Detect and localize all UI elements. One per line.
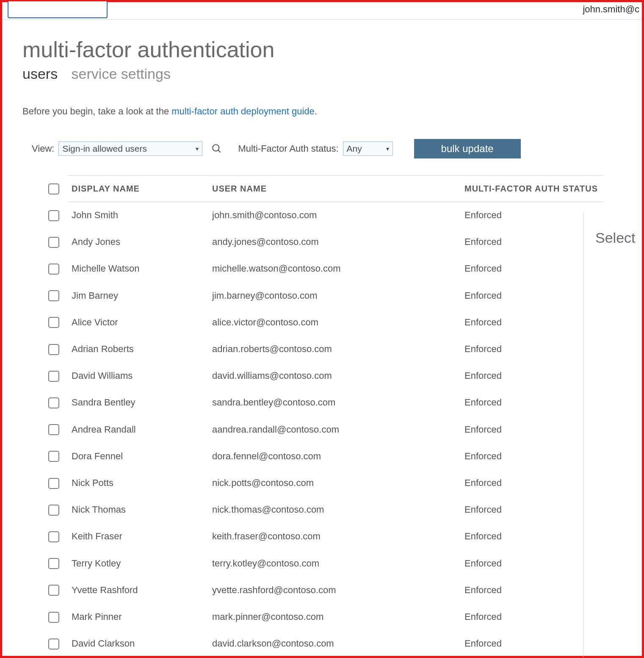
cell-user-name: yvette.rashford@contoso.com <box>209 577 461 603</box>
search-icon[interactable] <box>211 143 223 155</box>
cell-user-name: john.smith@contoso.com <box>209 202 461 229</box>
col-mfa-status[interactable]: MULTI-FACTOR AUTH STATUS <box>461 176 603 202</box>
row-checkbox[interactable] <box>48 290 59 301</box>
mfa-status-value: Any <box>347 144 362 154</box>
cell-display-name: Mark Pinner <box>68 603 209 630</box>
cell-display-name: Adrian Roberts <box>68 336 209 362</box>
cell-display-name: Andrea Randall <box>68 416 209 443</box>
cell-display-name: Keith Fraser <box>68 523 209 550</box>
table-row[interactable]: Nick Pottsnick.potts@contoso.comEnforced <box>43 469 603 496</box>
cell-user-name: nick.potts@contoso.com <box>209 469 461 496</box>
table-row[interactable]: Nick Thomasnick.thomas@contoso.comEnforc… <box>43 497 603 523</box>
table-row[interactable]: Sandra Bentleysandra.bentley@contoso.com… <box>43 389 603 416</box>
select-all-checkbox[interactable] <box>48 183 59 194</box>
cell-display-name: John Smith <box>68 202 209 229</box>
row-checkbox[interactable] <box>48 558 59 569</box>
tenant-picker-box[interactable] <box>8 1 108 18</box>
table-row[interactable]: John Smithjohn.smith@contoso.comEnforced <box>43 202 603 229</box>
tab-bar: users service settings <box>22 66 642 82</box>
cell-display-name: Sandra Bentley <box>68 389 209 416</box>
cell-display-name: Nick Thomas <box>68 497 209 523</box>
cell-display-name: Alice Victor <box>68 309 209 336</box>
table-row[interactable]: Terry Kotleyterry.kotley@contoso.comEnfo… <box>43 550 603 577</box>
cell-mfa-status: Enforced <box>461 630 603 657</box>
side-panel: Select <box>583 213 642 657</box>
row-checkbox[interactable] <box>48 424 59 435</box>
cell-mfa-status: Enforced <box>461 523 603 550</box>
cell-user-name: terry.kotley@contoso.com <box>209 550 461 577</box>
svg-point-0 <box>213 144 219 151</box>
row-checkbox[interactable] <box>48 210 59 221</box>
view-select[interactable]: Sign-in allowed users ▾ <box>58 142 202 156</box>
row-checkbox[interactable] <box>48 344 59 355</box>
row-checkbox[interactable] <box>48 612 59 623</box>
cell-display-name: Jim Barney <box>68 282 209 309</box>
table-row[interactable]: Jim Barneyjim.barney@contoso.comEnforced <box>43 282 603 309</box>
view-label: View: <box>32 143 54 154</box>
row-checkbox[interactable] <box>48 317 59 328</box>
cell-display-name: David Williams <box>68 363 209 389</box>
cell-user-name: aandrea.randall@contoso.com <box>209 416 461 443</box>
tab-service-settings[interactable]: service settings <box>72 66 171 82</box>
cell-user-name: keith.fraser@contoso.com <box>209 523 461 550</box>
cell-user-name: adrian.roberts@contoso.com <box>209 336 461 362</box>
chevron-down-icon: ▾ <box>386 145 389 152</box>
row-checkbox[interactable] <box>48 371 59 382</box>
table-row[interactable]: Yvette Rashfordyvette.rashford@contoso.c… <box>43 577 603 603</box>
cell-mfa-status: Enforced <box>461 202 603 229</box>
cell-mfa-status: Enforced <box>461 550 603 577</box>
row-checkbox[interactable] <box>48 531 59 542</box>
cell-mfa-status: Enforced <box>461 469 603 496</box>
cell-user-name: sandra.bentley@contoso.com <box>209 389 461 416</box>
cell-user-name: jim.barney@contoso.com <box>209 282 461 309</box>
cell-user-name: michelle.watson@contoso.com <box>209 255 461 282</box>
table-row[interactable]: David Clarksondavid.clarkson@contoso.com… <box>43 630 603 657</box>
table-row[interactable]: David Williamsdavid.williams@contoso.com… <box>43 363 603 389</box>
row-checkbox[interactable] <box>48 505 59 516</box>
row-checkbox[interactable] <box>48 264 59 275</box>
intro-prefix: Before you begin, take a look at the <box>22 106 171 117</box>
table-row[interactable]: Alice Victoralice.victor@contoso.comEnfo… <box>43 309 603 336</box>
cell-user-name: andy.jones@contoso.com <box>209 229 461 255</box>
cell-display-name: Yvette Rashford <box>68 577 209 603</box>
tab-users[interactable]: users <box>22 66 58 82</box>
row-checkbox[interactable] <box>48 639 59 650</box>
deployment-guide-link[interactable]: multi-factor auth deployment guide <box>171 106 315 117</box>
cell-display-name: Dora Fennel <box>68 443 209 469</box>
table-row[interactable]: Adrian Robertsadrian.roberts@contoso.com… <box>43 336 603 362</box>
row-checkbox[interactable] <box>48 585 59 596</box>
cell-display-name: David Clarkson <box>68 630 209 657</box>
intro-suffix: . <box>315 106 317 117</box>
table-row[interactable]: Michelle Watsonmichelle.watson@contoso.c… <box>43 255 603 282</box>
cell-display-name: Nick Potts <box>68 469 209 496</box>
cell-mfa-status: Enforced <box>461 443 603 469</box>
cell-mfa-status: Enforced <box>461 309 603 336</box>
cell-mfa-status: Enforced <box>461 229 603 255</box>
cell-user-name: nick.thomas@contoso.com <box>209 497 461 523</box>
table-row[interactable]: Andy Jonesandy.jones@contoso.comEnforced <box>43 229 603 255</box>
table-row[interactable]: Keith Fraserkeith.fraser@contoso.comEnfo… <box>43 523 603 550</box>
view-select-value: Sign-in allowed users <box>62 144 147 154</box>
cell-mfa-status: Enforced <box>461 255 603 282</box>
cell-display-name: Andy Jones <box>68 229 209 255</box>
mfa-status-select[interactable]: Any ▾ <box>343 142 393 156</box>
page-title: multi-factor authentication <box>22 37 642 62</box>
cell-user-name: dora.fennel@contoso.com <box>209 443 461 469</box>
bulk-update-button[interactable]: bulk update <box>414 139 521 158</box>
row-checkbox[interactable] <box>48 478 59 489</box>
table-row[interactable]: Andrea Randallaandrea.randall@contoso.co… <box>43 416 603 443</box>
table-row[interactable]: Mark Pinnermark.pinner@contoso.comEnforc… <box>43 603 603 630</box>
row-checkbox[interactable] <box>48 397 59 408</box>
col-user-name[interactable]: USER NAME <box>209 176 461 202</box>
cell-mfa-status: Enforced <box>461 389 603 416</box>
table-row[interactable]: Dora Fenneldora.fennel@contoso.comEnforc… <box>43 443 603 469</box>
mfa-status-label: Multi-Factor Auth status: <box>238 143 338 154</box>
cell-user-name: david.williams@contoso.com <box>209 363 461 389</box>
controls-bar: View: Sign-in allowed users ▾ Multi-Fact… <box>32 139 642 158</box>
signed-in-user: john.smith@c <box>583 4 639 15</box>
row-checkbox[interactable] <box>48 451 59 462</box>
chevron-down-icon: ▾ <box>196 145 199 152</box>
col-display-name[interactable]: DISPLAY NAME <box>68 176 209 202</box>
cell-mfa-status: Enforced <box>461 497 603 523</box>
row-checkbox[interactable] <box>48 237 59 248</box>
